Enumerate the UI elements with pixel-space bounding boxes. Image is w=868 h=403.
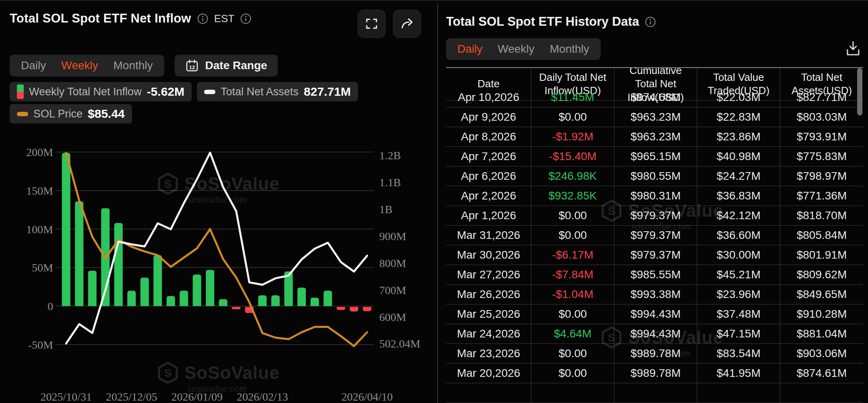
interval-tab-group: DailyWeeklyMonthly xyxy=(10,55,164,76)
daily-inflow-cell: -$1.92M xyxy=(531,127,614,147)
netinflow-bar[interactable] xyxy=(206,270,214,306)
value-traded-cell: $41.95M xyxy=(697,364,780,383)
netinflow-bar[interactable] xyxy=(127,291,136,306)
net-assets-cell: $801.91M xyxy=(780,245,863,265)
net-assets-cell: $910.28M xyxy=(780,304,863,324)
netinflow-bar[interactable] xyxy=(363,307,371,311)
date-cell: Mar 23,2026 xyxy=(446,344,531,364)
date-cell: Mar 25,2026 xyxy=(446,304,531,324)
value-traded-cell: $22.83M xyxy=(697,107,780,127)
info-icon[interactable] xyxy=(645,16,656,27)
legend-badge-assets-dash[interactable]: Total Net Assets827.71M xyxy=(197,82,358,101)
download-icon xyxy=(845,40,861,57)
daily-inflow-cell: $246.98K xyxy=(531,167,614,186)
value-traded-cell: $30.00M xyxy=(697,245,780,265)
netinflow-bar[interactable] xyxy=(62,153,70,306)
date-cell: Mar 24,2026 xyxy=(446,324,531,344)
netinflow-bar[interactable] xyxy=(337,307,345,310)
assets-dash-icon xyxy=(204,90,215,94)
tab-weekly[interactable]: Weekly xyxy=(498,43,534,56)
date-cell: Apr 8,2026 xyxy=(446,127,531,147)
x-axis-label: 2025/12/05 xyxy=(106,391,157,403)
tab-weekly[interactable]: Weekly xyxy=(61,59,98,72)
netinflow-bar[interactable] xyxy=(258,295,267,306)
netinflow-bar[interactable] xyxy=(141,278,149,306)
netinflow-bar[interactable] xyxy=(75,202,83,306)
netinflow-bar[interactable] xyxy=(193,274,201,306)
value-traded-cell xyxy=(697,383,780,403)
history-interval-tab-group: DailyWeeklyMonthly xyxy=(446,38,601,60)
tab-monthly[interactable]: Monthly xyxy=(114,59,153,72)
share-button[interactable] xyxy=(393,10,421,38)
value-traded-cell: $40.98M xyxy=(697,147,780,167)
value-traded-cell: $42.12M xyxy=(697,206,780,226)
cumulative-inflow-cell: $979.37M xyxy=(614,226,697,245)
tab-daily[interactable]: Daily xyxy=(457,43,482,56)
daily-inflow-cell: -$15.40M xyxy=(531,147,614,167)
table-scrollbar-thumb[interactable] xyxy=(857,68,862,115)
netinflow-bar[interactable] xyxy=(167,296,175,306)
legend-badge-price-dash[interactable]: SOL Price$85.44 xyxy=(10,104,132,123)
cumulative-inflow-cell: $963.23M xyxy=(614,127,697,147)
value-traded-cell: $47.15M xyxy=(697,324,780,344)
netinflow-bar[interactable] xyxy=(324,291,332,306)
cumulative-inflow-cell: $989.78M xyxy=(614,344,697,364)
date-cell: Mar 20,2026 xyxy=(446,364,531,383)
net-assets-cell: $849.65M xyxy=(780,285,863,304)
netinflow-bar[interactable] xyxy=(114,223,123,306)
right-axis-label: 1.1B xyxy=(379,176,401,189)
chart-legend-row: SOL Price$85.44 xyxy=(10,104,132,123)
daily-inflow-cell: $0.00 xyxy=(531,344,614,364)
date-cell: Apr 9,2026 xyxy=(446,107,531,127)
netinflow-bar[interactable] xyxy=(232,307,240,309)
net-assets-cell: $874.61M xyxy=(780,364,863,383)
download-button[interactable] xyxy=(844,39,862,58)
tab-daily[interactable]: Daily xyxy=(21,59,46,72)
net-assets-cell xyxy=(780,383,863,403)
left-axis-label: 100M xyxy=(26,223,53,236)
legend-badge-inflow-split[interactable]: Weekly Total Net Inflow-5.62M xyxy=(10,82,192,101)
info-icon[interactable] xyxy=(197,13,208,24)
x-axis-label: 2026/01/09 xyxy=(171,391,223,403)
netinflow-bar[interactable] xyxy=(271,295,280,306)
x-axis-label: 2025/10/31 xyxy=(40,391,92,403)
date-cell: Apr 10,2026 xyxy=(446,88,531,107)
netinflow-bar[interactable] xyxy=(298,288,306,306)
value-traded-cell: $22.03M xyxy=(697,88,780,107)
value-traded-cell: $36.60M xyxy=(697,226,780,245)
cumulative-inflow-cell: $974.68M xyxy=(614,88,697,107)
net-assets-cell: $805.84M xyxy=(780,226,863,245)
x-axis-label: 2026/04/10 xyxy=(341,391,393,403)
cumulative-inflow-cell: $994.43M xyxy=(614,304,697,324)
net-assets-cell: $881.04M xyxy=(780,324,863,344)
netinflow-bar[interactable] xyxy=(350,307,358,311)
value-traded-cell: $24.27M xyxy=(697,167,780,186)
value-traded-cell: $83.54M xyxy=(697,344,780,364)
date-range-label: Date Range xyxy=(205,59,267,72)
date-cell: Apr 7,2026 xyxy=(446,147,531,167)
left-axis-label: 50M xyxy=(32,261,53,274)
netinflow-bar[interactable] xyxy=(180,291,188,306)
etf-netinflow-chart[interactable]: 200M150M100M50M0-50M1.2B1.1B1B900M800M70… xyxy=(0,141,437,403)
tab-monthly[interactable]: Monthly xyxy=(550,43,589,56)
netinflow-bar[interactable] xyxy=(310,298,319,306)
date-range-button[interactable]: 12 Date Range xyxy=(175,55,278,76)
legend-value: $85.44 xyxy=(88,107,125,121)
netinflow-bar[interactable] xyxy=(88,271,97,306)
net-assets-cell: $803.03M xyxy=(780,107,863,127)
net-assets-cell: $771.36M xyxy=(780,186,863,206)
total-net-assets-line[interactable] xyxy=(66,153,367,343)
net-assets-cell: $798.97M xyxy=(780,167,863,186)
date-cell: Apr 2,2026 xyxy=(446,186,531,206)
daily-inflow-cell: -$7.84M xyxy=(531,265,614,285)
cumulative-inflow-cell: $979.37M xyxy=(614,206,697,226)
netinflow-bar[interactable] xyxy=(219,299,227,306)
cumulative-inflow-cell: $979.37M xyxy=(614,245,697,265)
fullscreen-button[interactable] xyxy=(358,10,386,38)
timezone-label: EST xyxy=(214,12,235,25)
netinflow-bar[interactable] xyxy=(153,255,162,306)
sol-price-line[interactable] xyxy=(66,153,367,346)
cumulative-inflow-cell: $980.31M xyxy=(614,186,697,206)
cumulative-inflow-cell: $993.38M xyxy=(614,285,697,304)
info-icon[interactable] xyxy=(240,13,251,24)
